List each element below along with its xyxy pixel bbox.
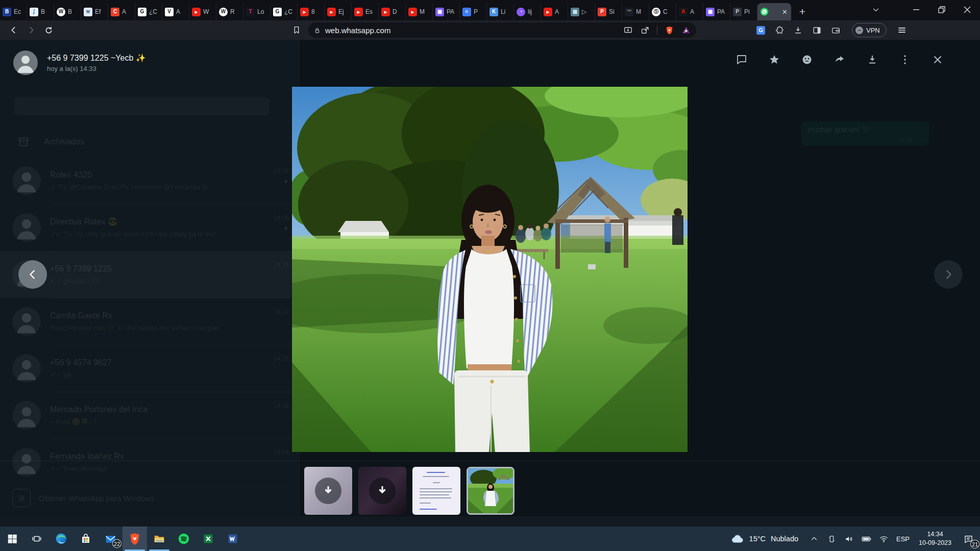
browser-tab[interactable]: ▦▷ — [568, 3, 595, 20]
word-taskbar-icon[interactable] — [220, 527, 245, 551]
tab-title: Ej — [338, 8, 344, 15]
tab-favicon: ▦ — [571, 8, 579, 16]
browser-tab[interactable]: ™M — [622, 3, 649, 20]
previous-media-button[interactable] — [18, 260, 47, 289]
tab-favicon: C — [111, 8, 119, 16]
excel-taskbar-icon[interactable] — [196, 527, 220, 551]
browser-tab[interactable]: G¿C — [271, 3, 298, 20]
browser-tab[interactable]: ≡P — [460, 3, 487, 20]
browser-tab[interactable]: ▶Ej — [325, 3, 352, 20]
browser-tab[interactable]: VA — [162, 3, 189, 20]
sidebar-icon[interactable] — [812, 26, 822, 35]
task-view-button[interactable] — [24, 527, 49, 551]
sender-avatar[interactable] — [13, 51, 38, 75]
translate-extension-icon[interactable]: G — [756, 26, 765, 35]
minimize-button[interactable] — [903, 0, 929, 19]
new-tab-button[interactable]: + — [791, 3, 814, 20]
mail-taskbar-icon[interactable]: 22 — [98, 527, 122, 551]
reload-icon[interactable] — [40, 22, 57, 38]
browser-tab[interactable]: BEc — [0, 3, 27, 20]
browser-tab[interactable]: ▶Es — [352, 3, 379, 20]
edge-taskbar-icon[interactable] — [49, 527, 74, 551]
browser-tab[interactable]: ▶8 — [298, 3, 325, 20]
action-center-button[interactable]: 21 — [957, 527, 980, 551]
star-message-icon[interactable] — [768, 53, 781, 66]
thumbnail-undownloaded-2[interactable] — [358, 467, 406, 515]
youtube-favicon: ▶ — [192, 8, 201, 16]
browser-tab-bar: BEcʄBWB≋EfCAG¿CVA▶WWRTLoG¿C▶8▶Ej▶Es▶D▶M▣… — [0, 0, 980, 20]
file-explorer-icon[interactable] — [147, 527, 172, 551]
tab-title: M — [636, 8, 641, 15]
browser-tab[interactable]: ⓈC — [649, 3, 676, 20]
whatsapp-favicon — [760, 8, 769, 16]
browser-tab[interactable]: ◔lij — [514, 3, 541, 20]
your-phone-icon[interactable] — [823, 527, 840, 551]
browser-tab[interactable]: ≋Ef — [81, 3, 108, 20]
thumbnail-undownloaded-1[interactable] — [304, 467, 352, 515]
brave-rewards-icon[interactable] — [681, 26, 691, 35]
next-media-button[interactable] — [934, 260, 963, 289]
brave-taskbar-icon[interactable] — [122, 527, 147, 551]
tab-search-chevron-icon[interactable] — [864, 0, 888, 19]
wallet-icon[interactable] — [831, 26, 841, 35]
forward-icon[interactable] — [22, 22, 40, 38]
restore-button[interactable] — [929, 0, 954, 19]
tab-close-icon[interactable]: ✕ — [781, 8, 789, 16]
browser-tab[interactable]: CA — [108, 3, 135, 20]
bookmark-icon[interactable] — [292, 26, 301, 35]
browser-tab[interactable]: WB — [54, 3, 81, 20]
browser-tab[interactable]: ▶A — [541, 3, 568, 20]
tab-favicon: ◔ — [517, 8, 525, 16]
browser-tab[interactable]: KLi — [487, 3, 514, 20]
browser-tab[interactable]: WR — [216, 3, 243, 20]
tab-strip: BEcʄBWB≋EfCAG¿CVA▶WWRTLoG¿C▶8▶Ej▶Es▶D▶M▣… — [0, 3, 757, 20]
chat-avatar — [12, 166, 41, 195]
microsoft-store-icon[interactable] — [74, 527, 98, 551]
close-window-button[interactable] — [954, 0, 980, 19]
browser-tab[interactable]: PSi — [595, 3, 622, 20]
close-viewer-icon[interactable] — [931, 53, 944, 66]
keyboard-language[interactable]: ESP — [892, 535, 914, 543]
wifi-icon[interactable] — [875, 527, 892, 551]
react-emoji-icon[interactable] — [800, 53, 814, 66]
back-icon[interactable] — [5, 22, 22, 38]
chat-name: Rotex 4320 — [50, 170, 290, 180]
go-to-message-icon[interactable] — [735, 53, 748, 66]
thumbnail-photo-selected[interactable] — [467, 467, 514, 515]
share-icon[interactable] — [640, 26, 650, 35]
browser-tab[interactable]: ʄB — [27, 3, 54, 20]
downloads-icon[interactable] — [793, 26, 803, 35]
browser-tab[interactable]: TLo — [243, 3, 271, 20]
volume-icon[interactable] — [840, 527, 857, 551]
browser-tab[interactable]: ▶D — [379, 3, 406, 20]
browser-tab[interactable]: G¿C — [135, 3, 162, 20]
install-app-icon[interactable] — [623, 26, 633, 35]
browser-tab[interactable]: ▶M — [406, 3, 433, 20]
tab-title: lij — [528, 8, 532, 15]
address-bar[interactable]: web.whatsapp.com — [308, 22, 696, 38]
vpn-button[interactable]: – VPN — [852, 23, 887, 37]
tab-title: Lo — [257, 8, 264, 15]
browser-tab[interactable]: ▣PA — [433, 3, 460, 20]
tab-favicon: ▣ — [706, 8, 715, 16]
tab-whatsapp-active[interactable]: ✕ — [757, 3, 791, 20]
tray-expand-icon[interactable] — [805, 527, 823, 551]
thumbnail-document[interactable] — [412, 467, 460, 515]
taskbar-weather[interactable]: 15°C Nublado — [723, 527, 805, 551]
extensions-puzzle-icon[interactable] — [774, 26, 784, 35]
battery-icon[interactable] — [857, 527, 875, 551]
browser-tab[interactable]: ▣PA — [703, 3, 730, 20]
taskbar-clock[interactable]: 14:34 10-09-2023 — [914, 530, 957, 547]
brave-shields-icon[interactable] — [665, 26, 674, 35]
spotify-taskbar-icon[interactable] — [172, 527, 196, 551]
forward-icon[interactable] — [833, 53, 846, 66]
download-icon[interactable] — [866, 53, 879, 66]
browser-tab[interactable]: ▶W — [189, 3, 216, 20]
browser-tab[interactable]: PPi — [730, 3, 757, 20]
start-button[interactable] — [0, 527, 24, 551]
tab-title: ▷ — [582, 8, 586, 15]
url-text[interactable]: web.whatsapp.com — [325, 26, 619, 35]
browser-tab[interactable]: AA — [676, 3, 703, 20]
menu-kebab-icon[interactable] — [898, 53, 912, 66]
browser-menu-icon[interactable] — [897, 25, 907, 35]
